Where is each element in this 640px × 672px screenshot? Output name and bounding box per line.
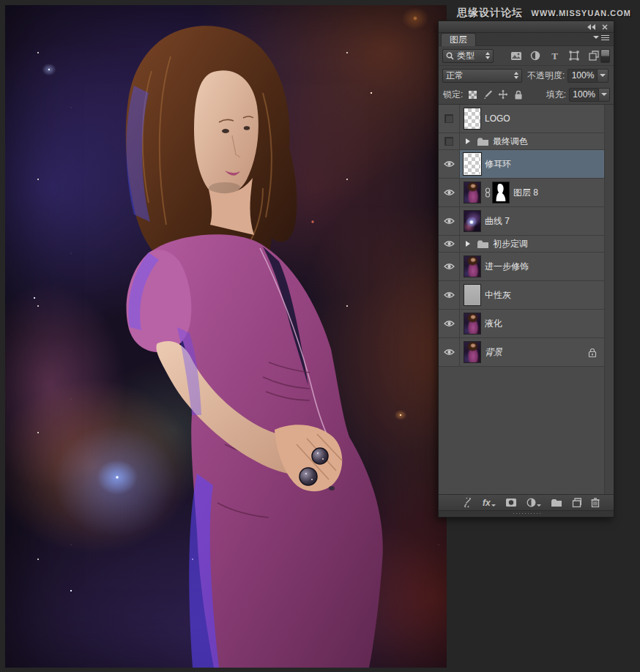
new-group-icon[interactable]	[551, 499, 562, 507]
panel-bottom-edge	[439, 510, 614, 517]
panel-resize-grip[interactable]	[603, 500, 612, 509]
delete-layer-icon[interactable]	[591, 498, 600, 507]
visibility-toggle[interactable]	[439, 207, 460, 235]
expand-triangle-icon[interactable]	[466, 241, 470, 247]
layer-thumbnail[interactable]	[464, 284, 481, 306]
layer-name: 最终调色	[493, 135, 528, 148]
fill-value[interactable]: 100%	[569, 88, 599, 102]
eye-icon	[444, 348, 455, 356]
layer-row-content[interactable]: 修耳环	[460, 150, 604, 178]
folder-icon	[477, 137, 489, 146]
layer-name: 初步定调	[493, 238, 528, 250]
visibility-toggle[interactable]	[439, 236, 460, 252]
layer-row-content[interactable]: 曲线 7	[460, 207, 604, 235]
layer-row-content[interactable]: 进一步修饰	[460, 253, 604, 280]
visibility-toggle[interactable]	[439, 338, 460, 366]
visibility-empty-box	[444, 114, 453, 123]
layer-name: 进一步修饰	[485, 261, 529, 273]
layer-row-content[interactable]: 初步定调	[460, 236, 604, 252]
layer-row[interactable]: 液化	[439, 310, 604, 338]
layer-name: 修耳环	[485, 158, 511, 171]
eye-icon	[444, 291, 455, 299]
layer-row-content[interactable]: LOGO	[460, 105, 604, 132]
filter-kind-select[interactable]: 类型	[442, 49, 494, 63]
eye-icon	[444, 217, 455, 225]
updown-arrows-icon	[485, 52, 490, 59]
visibility-toggle[interactable]	[439, 105, 460, 132]
layer-list: LOGO 最终调色	[439, 105, 614, 494]
layer-row[interactable]: 初步定调	[439, 236, 604, 253]
layer-row-content[interactable]: 中性灰	[460, 281, 604, 309]
add-layer-mask-icon[interactable]	[505, 498, 517, 507]
layer-row[interactable]: 图层 8	[439, 179, 604, 207]
visibility-toggle[interactable]	[439, 281, 460, 309]
watermark-site-url: WWW.MISSYUAN.COM	[532, 9, 631, 18]
opacity-dropdown-icon[interactable]	[598, 69, 609, 83]
eye-icon	[444, 240, 455, 247]
layer-row-content[interactable]: 图层 8	[460, 179, 604, 206]
layer-row[interactable]: 进一步修饰	[439, 253, 604, 281]
layer-row[interactable]: 修耳环	[439, 150, 604, 179]
blend-mode-select[interactable]: 正常	[442, 69, 522, 83]
filter-row: 类型 T	[439, 46, 614, 66]
folder-icon	[477, 239, 489, 249]
visibility-toggle[interactable]	[439, 310, 460, 337]
layer-row[interactable]: 曲线 7	[439, 207, 604, 236]
visibility-toggle[interactable]	[439, 150, 460, 178]
layer-row-content[interactable]: 液化	[460, 310, 604, 337]
lock-image-pixels-icon[interactable]	[482, 89, 494, 100]
updown-arrows-icon	[514, 72, 518, 79]
layer-row[interactable]: 背景	[439, 338, 604, 367]
lock-transparent-pixels-icon[interactable]	[466, 89, 478, 100]
eye-icon	[444, 320, 455, 327]
visibility-toggle[interactable]	[439, 179, 460, 206]
new-adjustment-layer-icon[interactable]	[526, 498, 541, 507]
layer-row[interactable]: 最终调色	[439, 133, 604, 150]
svg-text:T: T	[551, 51, 558, 61]
layer-mask-thumbnail[interactable]	[492, 182, 510, 204]
layer-row-content[interactable]: 最终调色	[460, 133, 604, 149]
layer-row-content[interactable]: 背景	[460, 338, 604, 366]
filter-smart-objects-icon[interactable]	[587, 49, 600, 63]
layer-styles-icon[interactable]: fx	[483, 499, 496, 507]
lock-position-icon[interactable]	[497, 89, 509, 100]
panel-menu-icon[interactable]	[593, 36, 609, 39]
layer-name: 曲线 7	[485, 215, 510, 228]
scrollbar-gutter[interactable]	[604, 105, 614, 494]
photoshop-workspace: 思缘设计论坛 WWW.MISSYUAN.COM 图层 类型	[0, 0, 640, 672]
model-figure	[5, 5, 447, 668]
panel-drag-handle[interactable]	[513, 512, 540, 515]
filter-type-layers-icon[interactable]: T	[548, 49, 562, 63]
layer-row[interactable]: LOGO	[439, 105, 604, 133]
new-layer-icon[interactable]	[572, 498, 581, 507]
visibility-toggle[interactable]	[439, 253, 460, 280]
tab-layers[interactable]: 图层	[441, 33, 476, 46]
fill-label: 填充:	[546, 89, 566, 101]
blend-mode-value: 正常	[446, 70, 464, 82]
layer-thumbnail[interactable]	[464, 313, 481, 335]
layer-thumbnail[interactable]	[464, 108, 481, 130]
opacity-value[interactable]: 100%	[568, 69, 598, 83]
expand-triangle-icon[interactable]	[466, 138, 470, 144]
layer-thumbnail[interactable]	[464, 182, 481, 204]
close-panel-icon[interactable]	[602, 24, 608, 30]
layer-thumbnail[interactable]	[464, 210, 481, 232]
visibility-toggle[interactable]	[439, 133, 460, 149]
watermark-site-name: 思缘设计论坛	[457, 7, 523, 18]
layer-row[interactable]: 中性灰	[439, 281, 604, 310]
link-layers-icon[interactable]	[462, 498, 473, 507]
canvas-photo	[5, 5, 447, 668]
lock-all-icon[interactable]	[513, 89, 524, 100]
fill-dropdown-icon[interactable]	[599, 88, 610, 102]
filter-pixel-layers-icon[interactable]	[509, 49, 523, 63]
filter-switch[interactable]	[600, 49, 610, 63]
filter-shape-layers-icon[interactable]	[567, 49, 581, 63]
layer-thumbnail[interactable]	[464, 255, 481, 277]
layer-name: LOGO	[485, 113, 510, 124]
layer-thumbnail[interactable]	[464, 341, 481, 363]
collapse-panel-icon[interactable]	[587, 24, 595, 30]
link-icon	[485, 187, 491, 198]
mask-group	[485, 182, 510, 204]
layer-thumbnail[interactable]	[464, 153, 481, 175]
filter-adjustment-layers-icon[interactable]	[529, 49, 543, 63]
